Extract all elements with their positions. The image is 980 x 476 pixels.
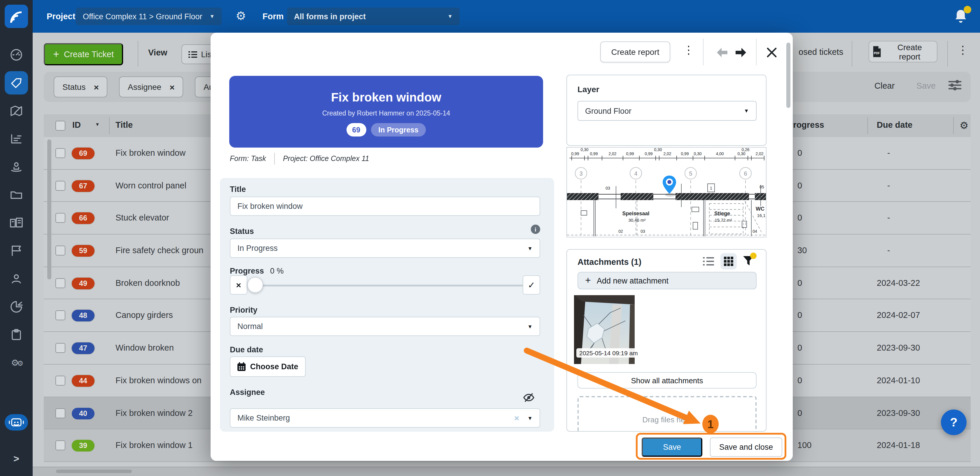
row-checkbox[interactable] [56, 278, 65, 288]
row-checkbox[interactable] [56, 376, 65, 385]
filter-chip-status[interactable]: Status× [54, 76, 108, 97]
form-selector[interactable]: All forms in project ▼ [287, 8, 460, 25]
row-checkbox[interactable] [56, 245, 65, 255]
attachments-filter-funnel-icon[interactable] [743, 255, 754, 269]
project-selector[interactable]: Office Complex 11 > Ground Floor ▼ [76, 8, 222, 25]
attachments-grid-view-icon[interactable] [721, 253, 737, 269]
choose-date-button[interactable]: Choose Date [230, 357, 305, 377]
row-checkbox[interactable] [56, 408, 65, 418]
clear-assignee-icon[interactable]: × [514, 413, 519, 423]
column-settings-gear-icon[interactable]: ⚙ [959, 119, 969, 132]
save-and-close-button[interactable]: Save and close [710, 438, 782, 457]
filter-chip-assignee[interactable]: Assignee× [119, 76, 183, 97]
svg-text:0,30: 0,30 [581, 148, 588, 152]
show-all-attachments-button[interactable]: Show all attachments [578, 372, 757, 388]
close-icon[interactable]: × [94, 82, 99, 92]
ticket-title-cell[interactable]: Window broken [116, 343, 174, 352]
progress-slider-handle[interactable] [247, 277, 263, 293]
filter-settings-sliders-icon[interactable] [947, 78, 963, 95]
sidebar-item-tasks-clipboard-icon[interactable] [5, 323, 28, 347]
row-checkbox[interactable] [56, 310, 65, 320]
row-checkbox[interactable] [56, 343, 65, 353]
column-header-progress[interactable]: Progress [788, 120, 824, 129]
app-logo[interactable] [5, 5, 28, 28]
filters-clear-button[interactable]: Clear [874, 81, 894, 91]
sidebar-item-flags-flag-icon[interactable] [5, 239, 28, 263]
sidebar-item-settings-gears-icon[interactable]: ⚙⚙ [5, 351, 28, 374]
more-options-kebab-icon[interactable]: ⋮ [957, 43, 968, 57]
sidebar-item-dashboard-gauge-icon[interactable] [5, 43, 28, 67]
select-all-checkbox[interactable] [56, 121, 65, 131]
row-checkbox[interactable] [56, 180, 65, 191]
status-dropdown[interactable]: In Progress ▼ [230, 239, 540, 258]
progress-cell: 0 [797, 310, 802, 320]
table-vertical-scrollbar[interactable] [47, 139, 51, 279]
ticket-id-badge: 47 [71, 342, 95, 355]
sidebar-item-stats-chart-icon[interactable] [5, 127, 28, 151]
due-date-cell: 2023-09-30 [877, 343, 920, 352]
close-icon[interactable]: × [169, 82, 175, 92]
next-ticket-arrow-icon[interactable] [734, 47, 747, 58]
column-header-id[interactable]: ID [72, 120, 81, 129]
ticket-title-cell[interactable]: Canopy girders [116, 310, 173, 320]
title-field-input[interactable]: Fix broken window [230, 197, 540, 216]
divider [947, 41, 948, 67]
ticket-title-cell[interactable]: Fix broken window 2 [116, 408, 192, 417]
ticket-title-cell[interactable]: Fix broken window [116, 148, 186, 158]
svg-text:PDF: PDF [874, 52, 880, 55]
save-button[interactable]: Save [642, 438, 702, 457]
ticket-id-badge: 59 [71, 244, 95, 257]
top-bar: Project Office Complex 11 > Ground Floor… [0, 0, 980, 33]
closed-tickets-label[interactable]: osed tickets [799, 47, 843, 57]
ticket-title-cell[interactable]: Fix broken window 1 [116, 440, 192, 450]
assignee-dropdown[interactable]: Mike Steinberg × ▼ [230, 408, 540, 428]
due-date-cell: 2024-01-10 [877, 376, 920, 385]
sidebar-item-expand-chevron-icon[interactable]: > [5, 447, 28, 471]
visibility-hidden-eye-icon[interactable] [523, 393, 535, 405]
ticket-title-cell[interactable]: Stuck elevator [116, 213, 169, 223]
progress-confirm-button[interactable]: ✓ [523, 275, 540, 295]
floor-plan-preview[interactable]: 0,990,992,020,990,992,020,990,304,000,30… [566, 147, 767, 237]
progress-slider-track[interactable] [251, 285, 523, 287]
close-icon[interactable] [766, 47, 778, 58]
filters-save-button[interactable]: Save [916, 81, 935, 91]
modal-scrollbar[interactable] [786, 43, 791, 108]
row-checkbox[interactable] [56, 440, 65, 451]
attachments-list-view-icon[interactable] [703, 257, 714, 268]
ticket-title-cell[interactable]: Worn control panel [116, 180, 186, 190]
create-report-button[interactable]: PDF Create report [869, 41, 937, 62]
modal-more-options-kebab-icon[interactable]: ⋮ [683, 43, 694, 57]
column-header-title[interactable]: Title [116, 120, 133, 129]
help-button[interactable]: ? [941, 409, 967, 435]
sidebar-item-plans-edit-icon[interactable] [5, 99, 28, 123]
project-settings-gear-icon[interactable]: ⚙ [235, 9, 246, 23]
sidebar-item-contacts-person-icon[interactable] [5, 267, 28, 290]
sidebar-item-tickets-tag-icon[interactable] [5, 71, 28, 94]
info-icon[interactable]: i [531, 224, 540, 234]
row-checkbox[interactable] [56, 148, 65, 158]
notifications-bell-icon[interactable] [954, 8, 970, 24]
due-date-cell: - [877, 213, 890, 223]
column-header-due-date[interactable]: Due date [877, 120, 913, 129]
priority-dropdown[interactable]: Normal ▼ [230, 317, 540, 336]
priority-field-label: Priority [230, 306, 258, 314]
attachment-thumbnail[interactable]: 2025-05-14 09:19 am [574, 295, 635, 364]
modal-create-report-button[interactable]: Create report [600, 41, 670, 62]
add-attachment-button[interactable]: + Add new attachment [578, 272, 757, 289]
sidebar-item-reports-pie-chart-icon[interactable] [5, 295, 28, 318]
ticket-status-badge: In Progress [371, 123, 426, 137]
ticket-title-cell[interactable]: Fire safety check groun [116, 245, 203, 255]
sidebar-item-documents-folder-icon[interactable] [5, 183, 28, 207]
progress-cancel-button[interactable]: × [230, 275, 247, 295]
row-checkbox[interactable] [56, 213, 65, 223]
ticket-title-cell[interactable]: Fix broken windows on [116, 376, 202, 385]
sidebar-item-inspection-person-pin-icon[interactable] [5, 155, 28, 178]
ticket-title-cell[interactable]: Broken doorknob [116, 278, 180, 288]
layer-dropdown[interactable]: Ground Floor ▼ [578, 101, 757, 121]
create-ticket-button[interactable]: + Create Ticket [44, 43, 123, 65]
sidebar-item-ai-assistant-robot-icon[interactable] [5, 414, 28, 430]
sidebar-item-projects-buildings-icon[interactable] [5, 211, 28, 234]
sort-caret-icon[interactable]: ▼ [95, 122, 100, 127]
previous-ticket-arrow-icon[interactable] [716, 47, 729, 58]
table-horizontal-scrollbar[interactable] [56, 470, 132, 473]
